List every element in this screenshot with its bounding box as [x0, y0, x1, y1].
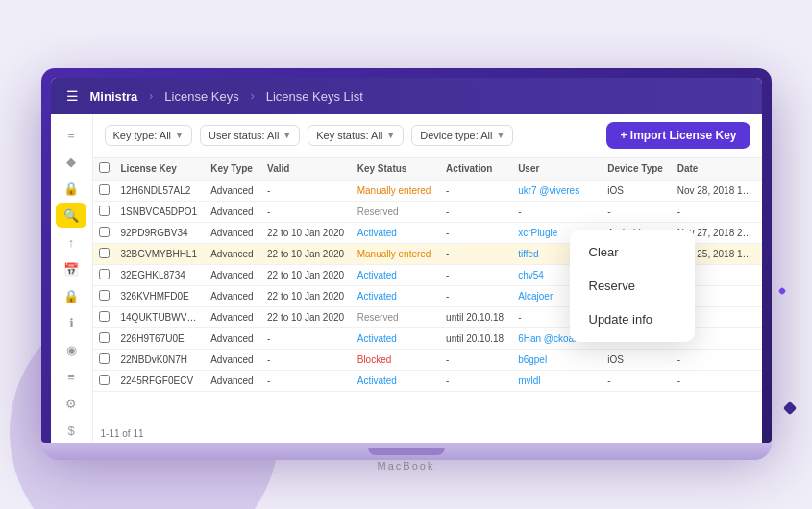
row-checkbox[interactable]: [99, 311, 110, 322]
row-status: Manually entered: [352, 181, 440, 202]
row-checkbox[interactable]: [99, 269, 110, 279]
nav-brand: Ministra: [90, 89, 138, 104]
row-status: Activated: [352, 371, 440, 392]
sidebar-icon-lock[interactable]: 🔒: [56, 176, 86, 201]
sidebar-icon-search[interactable]: 🔍: [56, 203, 86, 228]
row-type: Advanced: [205, 307, 261, 328]
row-checkbox[interactable]: [99, 290, 110, 301]
pagination: 1-11 of 11: [93, 424, 762, 443]
row-status: Reserved: [352, 202, 440, 223]
context-menu-clear[interactable]: Clear: [570, 235, 695, 269]
chevron-down-icon: ▼: [175, 131, 184, 140]
sidebar-icon-list[interactable]: ≡: [56, 364, 86, 389]
laptop-notch: [368, 448, 445, 455]
table-row[interactable]: 12H6NDL57AL2 Advanced - Manually entered…: [93, 181, 762, 202]
row-valid: 22 to 10 Jan 2020: [261, 265, 352, 286]
sidebar-icon-settings[interactable]: ⚙: [56, 391, 86, 416]
row-activation: -: [440, 371, 512, 392]
row-device: -: [602, 371, 671, 392]
row-activation: -: [440, 202, 512, 223]
row-valid: -: [261, 181, 352, 202]
row-checkbox-cell: [93, 371, 115, 392]
row-key: 2245RFGF0ECV: [115, 371, 206, 392]
sidebar-icon-menu[interactable]: ≡: [56, 122, 86, 147]
row-activation: -: [440, 286, 512, 307]
row-activation: until 20.10.18: [440, 307, 512, 328]
row-checkbox[interactable]: [99, 353, 110, 364]
table-row[interactable]: 1SNBVCA5DPO1 Advanced - Reserved - - - -: [93, 202, 762, 223]
laptop-screen: ☰ Ministra › License Keys › License Keys…: [51, 78, 762, 443]
table-row[interactable]: 22NBDvK0N7H Advanced - Blocked - b6gpel …: [93, 350, 762, 371]
row-valid: 22 to 10 Jan 2020: [261, 244, 352, 265]
row-date: -: [672, 371, 762, 392]
row-valid: 22 to 10 Jan 2020: [261, 307, 352, 328]
row-checkbox-cell: [93, 350, 115, 371]
row-type: Advanced: [205, 223, 261, 244]
row-activation: -: [440, 350, 512, 371]
row-checkbox-cell: [93, 307, 115, 328]
row-status: Reserved: [352, 307, 440, 328]
sidebar-icon-lock2[interactable]: 🔒: [56, 283, 86, 308]
nav-separator-2: ›: [251, 89, 255, 103]
row-key: 32BGVMYBHHL1: [115, 244, 206, 265]
row-checkbox-cell: [93, 181, 115, 202]
th-activation: Activation: [440, 158, 512, 181]
chevron-down-icon-2: ▼: [283, 131, 291, 140]
row-activation: -: [440, 244, 512, 265]
row-checkbox[interactable]: [99, 248, 110, 258]
top-nav: ☰ Ministra › License Keys › License Keys…: [51, 78, 762, 114]
row-type: Advanced: [205, 286, 261, 307]
decorative-dot-4: [778, 287, 786, 295]
sidebar-icon-circle[interactable]: ◉: [56, 337, 86, 362]
row-key: 1SNBVCA5DPO1: [115, 202, 206, 223]
filter-user-status[interactable]: User status: All ▼: [200, 125, 300, 146]
th-key-type: Key Type: [205, 158, 261, 181]
nav-license-keys-list[interactable]: License Keys List: [266, 89, 363, 104]
sidebar-icon-upload[interactable]: ↑: [56, 230, 86, 254]
import-license-key-button[interactable]: + Import License Key: [606, 122, 750, 149]
filter-key-status-label: Key status: All: [316, 130, 382, 141]
context-menu-reserve[interactable]: Reserve: [570, 269, 695, 303]
filter-device-type-label: Device type: All: [420, 130, 492, 141]
row-valid: 22 to 10 Jan 2020: [261, 286, 352, 307]
nav-separator-1: ›: [149, 89, 153, 103]
context-menu-update-info[interactable]: Update info: [570, 303, 695, 336]
row-valid: -: [261, 350, 352, 371]
row-user[interactable]: b6gpel: [512, 350, 602, 371]
filter-key-type[interactable]: Key type: All ▼: [105, 125, 192, 146]
sidebar-icon-diamond[interactable]: ◆: [56, 149, 86, 174]
row-checkbox[interactable]: [99, 227, 110, 237]
row-user[interactable]: mvldl: [512, 371, 602, 392]
sidebar: ≡ ◆ 🔒 🔍 ↑ 📅 🔒 ℹ ◉ ≡ ⚙ $: [51, 114, 93, 443]
row-checkbox-cell: [93, 328, 115, 350]
nav-license-keys[interactable]: License Keys: [164, 89, 238, 104]
hamburger-icon[interactable]: ☰: [66, 88, 79, 104]
row-device: iOS: [602, 181, 671, 202]
row-checkbox[interactable]: [99, 332, 110, 343]
row-checkbox[interactable]: [99, 206, 110, 216]
row-status: Activated: [352, 286, 440, 307]
row-user[interactable]: -: [512, 202, 602, 223]
row-valid: -: [261, 202, 352, 223]
filter-key-status[interactable]: Key status: All ▼: [308, 125, 404, 146]
th-key-status: Key Status: [352, 158, 440, 181]
row-checkbox[interactable]: [99, 375, 110, 385]
row-checkbox[interactable]: [99, 184, 110, 195]
sidebar-icon-info[interactable]: ℹ: [56, 310, 86, 335]
filter-device-type[interactable]: Device type: All ▼: [411, 125, 513, 146]
row-date: Nov 28, 2018 12:03: [672, 181, 762, 202]
table-row[interactable]: 2245RFGF0ECV Advanced - Activated - mvld…: [93, 371, 762, 392]
row-user[interactable]: ukr7 @viveres: [512, 181, 602, 202]
sidebar-icon-dollar[interactable]: $: [56, 418, 86, 443]
row-valid: -: [261, 328, 352, 350]
select-all-checkbox[interactable]: [99, 162, 110, 173]
macbook-label: MacBook: [378, 460, 435, 472]
sidebar-icon-calendar[interactable]: 📅: [56, 256, 86, 281]
table-header: License Key Key Type Valid Key Status Ac…: [93, 158, 762, 181]
row-status: Manually entered: [352, 244, 440, 265]
row-activation: -: [440, 265, 512, 286]
row-date: -: [672, 350, 762, 371]
row-key: 92PD9RGBV34: [115, 223, 206, 244]
row-status: Activated: [352, 223, 440, 244]
chevron-down-icon-4: ▼: [496, 131, 504, 140]
